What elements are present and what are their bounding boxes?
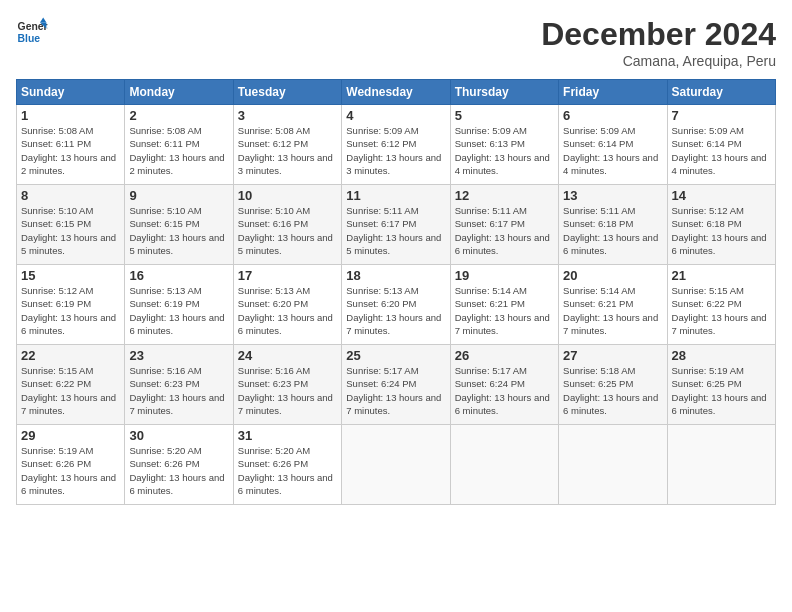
day-number: 26 — [455, 348, 554, 363]
day-info: Sunrise: 5:08 AM Sunset: 6:11 PM Dayligh… — [129, 124, 228, 177]
day-number: 25 — [346, 348, 445, 363]
day-info: Sunrise: 5:12 AM Sunset: 6:18 PM Dayligh… — [672, 204, 771, 257]
day-info: Sunrise: 5:15 AM Sunset: 6:22 PM Dayligh… — [21, 364, 120, 417]
weekday-wednesday: Wednesday — [342, 80, 450, 105]
svg-marker-2 — [40, 18, 46, 23]
calendar-cell: 2 Sunrise: 5:08 AM Sunset: 6:11 PM Dayli… — [125, 105, 233, 185]
calendar-cell — [667, 425, 775, 505]
calendar-cell: 12 Sunrise: 5:11 AM Sunset: 6:17 PM Dayl… — [450, 185, 558, 265]
weekday-thursday: Thursday — [450, 80, 558, 105]
day-info: Sunrise: 5:19 AM Sunset: 6:26 PM Dayligh… — [21, 444, 120, 497]
day-info: Sunrise: 5:16 AM Sunset: 6:23 PM Dayligh… — [129, 364, 228, 417]
week-row-2: 8 Sunrise: 5:10 AM Sunset: 6:15 PM Dayli… — [17, 185, 776, 265]
week-row-1: 1 Sunrise: 5:08 AM Sunset: 6:11 PM Dayli… — [17, 105, 776, 185]
day-number: 8 — [21, 188, 120, 203]
calendar-cell — [450, 425, 558, 505]
week-row-4: 22 Sunrise: 5:15 AM Sunset: 6:22 PM Dayl… — [17, 345, 776, 425]
day-number: 29 — [21, 428, 120, 443]
calendar-cell: 22 Sunrise: 5:15 AM Sunset: 6:22 PM Dayl… — [17, 345, 125, 425]
day-number: 15 — [21, 268, 120, 283]
day-info: Sunrise: 5:15 AM Sunset: 6:22 PM Dayligh… — [672, 284, 771, 337]
calendar-cell: 27 Sunrise: 5:18 AM Sunset: 6:25 PM Dayl… — [559, 345, 667, 425]
day-info: Sunrise: 5:14 AM Sunset: 6:21 PM Dayligh… — [455, 284, 554, 337]
calendar-cell: 31 Sunrise: 5:20 AM Sunset: 6:26 PM Dayl… — [233, 425, 341, 505]
day-number: 4 — [346, 108, 445, 123]
day-info: Sunrise: 5:20 AM Sunset: 6:26 PM Dayligh… — [129, 444, 228, 497]
day-info: Sunrise: 5:10 AM Sunset: 6:16 PM Dayligh… — [238, 204, 337, 257]
day-info: Sunrise: 5:11 AM Sunset: 6:17 PM Dayligh… — [455, 204, 554, 257]
day-number: 11 — [346, 188, 445, 203]
calendar-cell: 4 Sunrise: 5:09 AM Sunset: 6:12 PM Dayli… — [342, 105, 450, 185]
calendar-cell: 21 Sunrise: 5:15 AM Sunset: 6:22 PM Dayl… — [667, 265, 775, 345]
day-number: 5 — [455, 108, 554, 123]
calendar-cell: 23 Sunrise: 5:16 AM Sunset: 6:23 PM Dayl… — [125, 345, 233, 425]
calendar-cell: 14 Sunrise: 5:12 AM Sunset: 6:18 PM Dayl… — [667, 185, 775, 265]
calendar-cell: 5 Sunrise: 5:09 AM Sunset: 6:13 PM Dayli… — [450, 105, 558, 185]
day-number: 22 — [21, 348, 120, 363]
week-row-3: 15 Sunrise: 5:12 AM Sunset: 6:19 PM Dayl… — [17, 265, 776, 345]
day-info: Sunrise: 5:13 AM Sunset: 6:20 PM Dayligh… — [238, 284, 337, 337]
title-area: December 2024 Camana, Arequipa, Peru — [541, 16, 776, 69]
day-info: Sunrise: 5:13 AM Sunset: 6:20 PM Dayligh… — [346, 284, 445, 337]
day-number: 14 — [672, 188, 771, 203]
day-info: Sunrise: 5:18 AM Sunset: 6:25 PM Dayligh… — [563, 364, 662, 417]
month-title: December 2024 — [541, 16, 776, 53]
day-info: Sunrise: 5:09 AM Sunset: 6:14 PM Dayligh… — [672, 124, 771, 177]
day-info: Sunrise: 5:17 AM Sunset: 6:24 PM Dayligh… — [455, 364, 554, 417]
day-number: 13 — [563, 188, 662, 203]
day-info: Sunrise: 5:11 AM Sunset: 6:18 PM Dayligh… — [563, 204, 662, 257]
weekday-friday: Friday — [559, 80, 667, 105]
day-number: 16 — [129, 268, 228, 283]
day-number: 28 — [672, 348, 771, 363]
day-info: Sunrise: 5:16 AM Sunset: 6:23 PM Dayligh… — [238, 364, 337, 417]
svg-text:Blue: Blue — [18, 33, 41, 44]
day-info: Sunrise: 5:08 AM Sunset: 6:12 PM Dayligh… — [238, 124, 337, 177]
calendar-cell — [559, 425, 667, 505]
day-number: 30 — [129, 428, 228, 443]
calendar-cell: 3 Sunrise: 5:08 AM Sunset: 6:12 PM Dayli… — [233, 105, 341, 185]
day-number: 21 — [672, 268, 771, 283]
calendar-cell: 17 Sunrise: 5:13 AM Sunset: 6:20 PM Dayl… — [233, 265, 341, 345]
day-number: 1 — [21, 108, 120, 123]
day-number: 10 — [238, 188, 337, 203]
day-info: Sunrise: 5:10 AM Sunset: 6:15 PM Dayligh… — [129, 204, 228, 257]
day-info: Sunrise: 5:09 AM Sunset: 6:12 PM Dayligh… — [346, 124, 445, 177]
location-title: Camana, Arequipa, Peru — [541, 53, 776, 69]
calendar-cell: 18 Sunrise: 5:13 AM Sunset: 6:20 PM Dayl… — [342, 265, 450, 345]
calendar-cell: 7 Sunrise: 5:09 AM Sunset: 6:14 PM Dayli… — [667, 105, 775, 185]
weekday-header-row: SundayMondayTuesdayWednesdayThursdayFrid… — [17, 80, 776, 105]
day-number: 12 — [455, 188, 554, 203]
day-info: Sunrise: 5:09 AM Sunset: 6:13 PM Dayligh… — [455, 124, 554, 177]
calendar-cell: 9 Sunrise: 5:10 AM Sunset: 6:15 PM Dayli… — [125, 185, 233, 265]
calendar-cell: 1 Sunrise: 5:08 AM Sunset: 6:11 PM Dayli… — [17, 105, 125, 185]
day-number: 17 — [238, 268, 337, 283]
day-number: 19 — [455, 268, 554, 283]
calendar-cell — [342, 425, 450, 505]
day-number: 31 — [238, 428, 337, 443]
day-number: 24 — [238, 348, 337, 363]
calendar-cell: 29 Sunrise: 5:19 AM Sunset: 6:26 PM Dayl… — [17, 425, 125, 505]
day-number: 20 — [563, 268, 662, 283]
day-info: Sunrise: 5:11 AM Sunset: 6:17 PM Dayligh… — [346, 204, 445, 257]
calendar-cell: 15 Sunrise: 5:12 AM Sunset: 6:19 PM Dayl… — [17, 265, 125, 345]
week-row-5: 29 Sunrise: 5:19 AM Sunset: 6:26 PM Dayl… — [17, 425, 776, 505]
day-info: Sunrise: 5:19 AM Sunset: 6:25 PM Dayligh… — [672, 364, 771, 417]
calendar-cell: 26 Sunrise: 5:17 AM Sunset: 6:24 PM Dayl… — [450, 345, 558, 425]
calendar-cell: 8 Sunrise: 5:10 AM Sunset: 6:15 PM Dayli… — [17, 185, 125, 265]
day-info: Sunrise: 5:17 AM Sunset: 6:24 PM Dayligh… — [346, 364, 445, 417]
logo: General Blue — [16, 16, 48, 48]
calendar-table: SundayMondayTuesdayWednesdayThursdayFrid… — [16, 79, 776, 505]
weekday-tuesday: Tuesday — [233, 80, 341, 105]
weekday-sunday: Sunday — [17, 80, 125, 105]
day-info: Sunrise: 5:13 AM Sunset: 6:19 PM Dayligh… — [129, 284, 228, 337]
calendar-cell: 25 Sunrise: 5:17 AM Sunset: 6:24 PM Dayl… — [342, 345, 450, 425]
day-info: Sunrise: 5:12 AM Sunset: 6:19 PM Dayligh… — [21, 284, 120, 337]
day-number: 2 — [129, 108, 228, 123]
page-header: General Blue December 2024 Camana, Arequ… — [16, 16, 776, 69]
day-number: 27 — [563, 348, 662, 363]
calendar-cell: 20 Sunrise: 5:14 AM Sunset: 6:21 PM Dayl… — [559, 265, 667, 345]
day-info: Sunrise: 5:08 AM Sunset: 6:11 PM Dayligh… — [21, 124, 120, 177]
day-number: 3 — [238, 108, 337, 123]
calendar-cell: 11 Sunrise: 5:11 AM Sunset: 6:17 PM Dayl… — [342, 185, 450, 265]
day-number: 18 — [346, 268, 445, 283]
